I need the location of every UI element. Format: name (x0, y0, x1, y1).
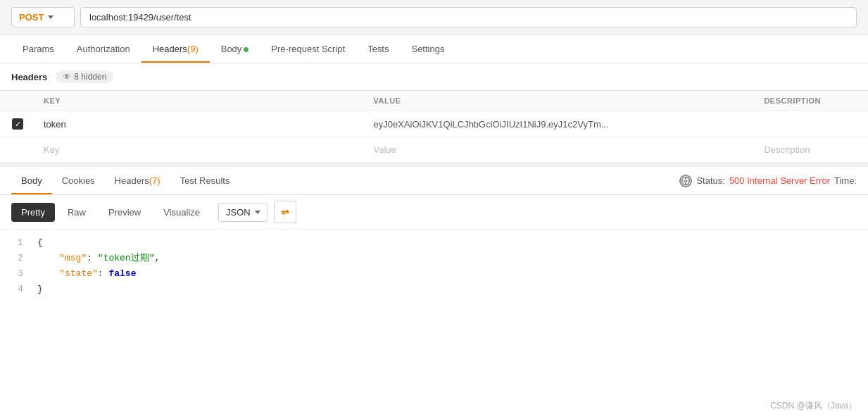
response-tab-testresults[interactable]: Test Results (170, 167, 240, 194)
col-header-description: DESCRIPTION (755, 91, 868, 111)
code-line-4: } (37, 282, 862, 297)
json-chevron-icon (255, 211, 260, 214)
json-format-label: JSON (226, 207, 251, 218)
response-tab-body[interactable]: Body (11, 167, 52, 194)
tab-body-label: Body (221, 44, 242, 54)
format-preview-button[interactable]: Preview (99, 203, 151, 222)
eye-icon: 👁 (63, 72, 71, 82)
line-num-2: 2 (8, 251, 23, 266)
status-value: 500 Internal Server Error (729, 175, 830, 186)
new-value-placeholder[interactable]: Value (374, 144, 396, 155)
url-input[interactable] (80, 7, 857, 27)
tab-authorization[interactable]: Authorization (65, 35, 141, 63)
wrap-button[interactable]: ⇌ (274, 201, 296, 223)
url-bar: POST (0, 0, 868, 35)
response-tab-cookies[interactable]: Cookies (52, 167, 105, 194)
method-text: POST (19, 12, 44, 23)
response-section: Body Cookies Headers(7) Test Results Sta… (0, 163, 868, 303)
wrap-icon: ⇌ (281, 206, 289, 218)
method-selector[interactable]: POST (11, 7, 75, 27)
row-value: eyJ0eXAiOiJKV1QiLCJhbGciOiJIUzI1NiJ9.eyJ… (374, 119, 609, 130)
code-line-3: "state": false (37, 266, 862, 282)
tab-settings[interactable]: Settings (400, 35, 455, 63)
new-desc-placeholder[interactable]: Description (764, 144, 810, 155)
tab-body[interactable]: Body (210, 35, 260, 63)
tab-prerequest[interactable]: Pre-request Script (260, 35, 356, 63)
checkbox-checked-icon[interactable] (12, 118, 23, 130)
format-visualize-button[interactable]: Visualize (153, 203, 210, 222)
col-header-key: KEY (35, 91, 365, 111)
response-tabs-bar: Body Cookies Headers(7) Test Results Sta… (0, 167, 868, 195)
code-view: 1 2 3 4 { "msg": "token过期", "state": fal… (0, 230, 868, 303)
request-tabs: Params Authorization Headers(9) Body Pre… (0, 35, 868, 63)
line-num-3: 3 (8, 266, 23, 282)
tab-params[interactable]: Params (11, 35, 65, 63)
response-meta: Status: 500 Internal Server Error Time: (679, 175, 857, 187)
headers-section-label: Headers (11, 72, 47, 82)
footer-watermark: CSDN @谦风（Java） (770, 400, 857, 412)
code-content: { "msg": "token过期", "state": false } (32, 235, 868, 297)
format-bar: Pretty Raw Preview Visualize JSON ⇌ (0, 195, 868, 230)
col-header-checkbox (0, 91, 35, 111)
response-tab-headers[interactable]: Headers(7) (105, 167, 170, 194)
hidden-count: 8 hidden (74, 72, 106, 82)
tab-body-dot (244, 47, 249, 52)
line-num-4: 4 (8, 282, 23, 297)
format-pretty-button[interactable]: Pretty (11, 203, 55, 222)
response-headers-badge: (7) (149, 175, 161, 186)
status-label: Status: (696, 175, 724, 186)
row-checkbox[interactable] (8, 118, 27, 130)
chevron-down-icon (48, 15, 54, 19)
format-raw-button[interactable]: Raw (58, 203, 96, 222)
line-num-1: 1 (8, 235, 23, 251)
col-header-value: VALUE (365, 91, 756, 111)
headers-section: Headers 👁 8 hidden (0, 63, 868, 91)
globe-icon (679, 175, 692, 187)
line-numbers: 1 2 3 4 (0, 235, 32, 297)
row-key: token (44, 119, 66, 130)
json-format-selector[interactable]: JSON (218, 203, 268, 222)
response-headers-label: Headers (115, 175, 149, 186)
time-label: Time: (834, 175, 857, 186)
tab-tests[interactable]: Tests (356, 35, 400, 63)
new-row: Key Value Description (0, 137, 868, 163)
code-line-1: { (37, 235, 862, 251)
tab-headers-label: Headers (153, 44, 187, 54)
table-row: token eyJ0eXAiOiJKV1QiLCJhbGciOiJIUzI1Ni… (0, 111, 868, 137)
tab-headers[interactable]: Headers(9) (141, 35, 210, 63)
headers-table: KEY VALUE DESCRIPTION token eyJ0eXAiOiJK… (0, 91, 868, 163)
code-line-2: "msg": "token过期", (37, 251, 862, 266)
new-key-placeholder[interactable]: Key (44, 144, 59, 155)
hidden-badge[interactable]: 👁 8 hidden (56, 70, 113, 83)
tab-headers-badge: (9) (187, 44, 199, 54)
